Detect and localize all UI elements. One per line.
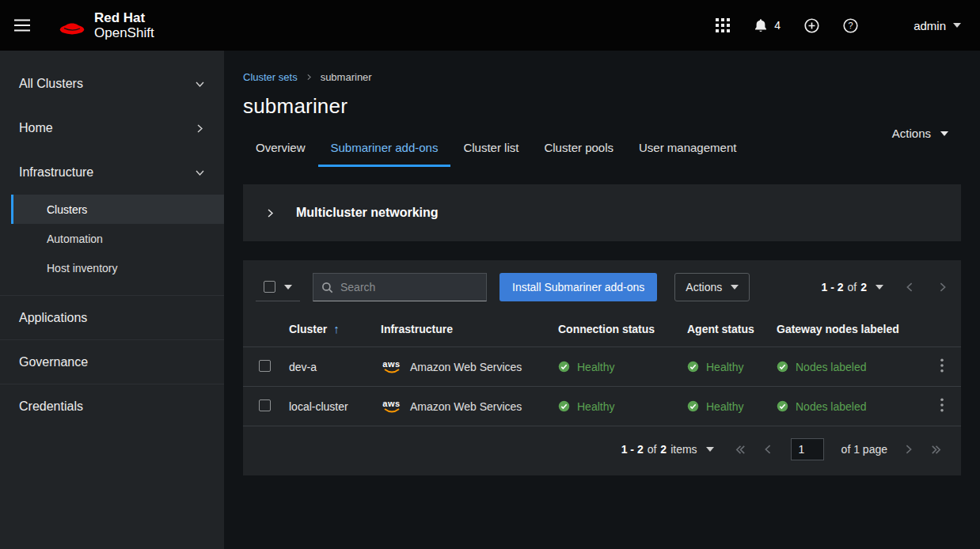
column-header-checkbox — [243, 314, 279, 347]
brand-line2: OpenShift — [94, 25, 154, 40]
sidebar-item-credentials[interactable]: Credentials — [0, 384, 224, 428]
create-button[interactable] — [804, 18, 819, 33]
connection-status: Healthy — [577, 361, 614, 373]
toolbar-actions-dropdown[interactable]: Actions — [674, 273, 750, 301]
tab-overview[interactable]: Overview — [243, 133, 318, 167]
notification-count: 4 — [774, 19, 781, 32]
last-page-button[interactable] — [930, 444, 942, 456]
current-page-input[interactable] — [791, 438, 824, 460]
column-header-gateway-nodes[interactable]: Gateway nodes labeled — [767, 314, 917, 347]
redhat-logo-icon — [57, 14, 87, 37]
chevron-right-icon — [937, 282, 948, 293]
first-page-button[interactable] — [735, 444, 746, 456]
bottom-pagination-menu-toggle[interactable]: 1 - 2 of 2 items — [621, 443, 714, 456]
success-check-icon — [777, 361, 788, 373]
caret-down-icon — [706, 447, 714, 452]
row-checkbox[interactable] — [259, 360, 271, 372]
brand-logo[interactable]: Red Hat OpenShift — [57, 10, 154, 40]
prev-page-button[interactable] — [904, 282, 915, 293]
connection-status: Healthy — [577, 400, 614, 413]
agent-status: Healthy — [706, 400, 743, 413]
user-menu[interactable]: admin — [914, 19, 961, 32]
aws-smile-icon — [384, 369, 400, 374]
double-chevron-left-icon — [735, 444, 746, 456]
install-submariner-addons-button[interactable]: Install Submariner add-ons — [499, 273, 657, 301]
column-header-connection-status[interactable]: Connection status — [549, 314, 678, 347]
chevron-left-icon — [762, 444, 773, 455]
user-name: admin — [914, 19, 946, 32]
chevron-right-icon — [265, 208, 275, 218]
main-content: Cluster sets submariner submariner Actio… — [224, 51, 980, 549]
section-expand-toggle[interactable] — [265, 208, 275, 218]
breadcrumb-separator-icon — [306, 74, 313, 81]
kebab-icon — [940, 358, 944, 373]
table-row: dev-a aws Amazon Web Services — [243, 347, 961, 387]
column-header-infrastructure[interactable]: Infrastructure — [371, 314, 549, 347]
aws-icon: aws — [381, 360, 402, 374]
top-pagination-menu-toggle[interactable]: 1 - 2 of 2 — [822, 281, 884, 293]
sidebar-item-host-inventory[interactable]: Host inventory — [11, 253, 224, 282]
breadcrumb: Cluster sets submariner — [243, 71, 961, 83]
cluster-context-selector[interactable]: All Clusters — [0, 62, 224, 106]
gateway-nodes-status: Nodes labeled — [796, 400, 867, 413]
sidebar-item-automation[interactable]: Automation — [11, 224, 224, 253]
svg-text:?: ? — [849, 21, 853, 30]
caret-down-icon — [876, 285, 883, 290]
app-launcher-button[interactable] — [716, 18, 730, 32]
page-count-label: of 1 page — [841, 443, 887, 456]
page-actions-dropdown[interactable]: Actions — [892, 127, 948, 140]
table-row: local-cluster aws Amazon Web Services — [243, 387, 961, 426]
chevron-right-icon — [903, 444, 914, 455]
row-checkbox[interactable] — [259, 399, 271, 411]
multicluster-networking-section: Multicluster networking — [243, 184, 961, 241]
bulk-select-checkbox[interactable] — [264, 281, 275, 293]
menu-icon — [14, 19, 30, 32]
section-title: Multicluster networking — [296, 206, 439, 220]
row-kebab-menu[interactable] — [940, 358, 944, 373]
chevron-down-icon — [195, 168, 205, 178]
row-kebab-menu[interactable] — [940, 398, 944, 412]
app-launcher-icon — [716, 18, 730, 32]
sidebar-item-governance[interactable]: Governance — [0, 339, 224, 384]
column-header-agent-status[interactable]: Agent status — [678, 314, 767, 347]
pagination-range: 1 - 2 — [822, 281, 844, 293]
search-icon — [321, 282, 333, 293]
success-check-icon — [777, 400, 788, 412]
sidebar-item-infrastructure[interactable]: Infrastructure — [0, 150, 224, 195]
sidebar-item-home[interactable]: Home — [0, 106, 224, 150]
chevron-left-icon — [904, 282, 915, 293]
agent-status: Healthy — [706, 361, 743, 373]
sidebar-item-applications[interactable]: Applications — [0, 295, 224, 339]
aws-smile-icon — [384, 408, 400, 414]
tab-cluster-pools[interactable]: Cluster pools — [531, 133, 626, 167]
chevron-down-icon — [195, 79, 205, 89]
kebab-icon — [940, 398, 944, 412]
page-title: submariner — [243, 94, 961, 119]
nav-toggle-button[interactable] — [14, 19, 30, 32]
pagination-range: 1 - 2 — [621, 443, 644, 456]
column-header-cluster[interactable]: Cluster ↑ — [279, 314, 371, 347]
caret-down-icon — [731, 285, 739, 290]
tab-user-management[interactable]: User management — [626, 133, 749, 167]
sidebar-item-clusters[interactable]: Clusters — [11, 195, 224, 224]
search-input[interactable] — [340, 281, 484, 293]
gateway-nodes-status: Nodes labeled — [796, 361, 867, 373]
next-page-button[interactable] — [937, 282, 948, 293]
tab-submariner-add-ons[interactable]: Submariner add-ons — [318, 133, 451, 167]
breadcrumb-cluster-sets[interactable]: Cluster sets — [243, 71, 298, 83]
breadcrumb-current: submariner — [321, 71, 372, 83]
prev-page-button[interactable] — [762, 444, 773, 455]
tab-cluster-list[interactable]: Cluster list — [450, 133, 531, 167]
next-page-button[interactable] — [903, 444, 914, 455]
notifications-button[interactable]: 4 — [754, 18, 781, 32]
cluster-name[interactable]: dev-a — [289, 361, 317, 373]
search-box — [313, 273, 487, 301]
bulk-select-dropdown[interactable] — [256, 273, 300, 301]
bottom-pagination: 1 - 2 of 2 items of 1 page — [243, 426, 961, 475]
masthead: Red Hat OpenShift 4 ? admin — [0, 0, 980, 51]
infrastructure-subnav: Clusters Automation Host inventory — [0, 195, 224, 282]
cluster-name[interactable]: local-cluster — [289, 400, 348, 413]
success-check-icon — [558, 361, 570, 373]
caret-down-icon — [940, 131, 948, 136]
help-button[interactable]: ? — [843, 18, 858, 33]
